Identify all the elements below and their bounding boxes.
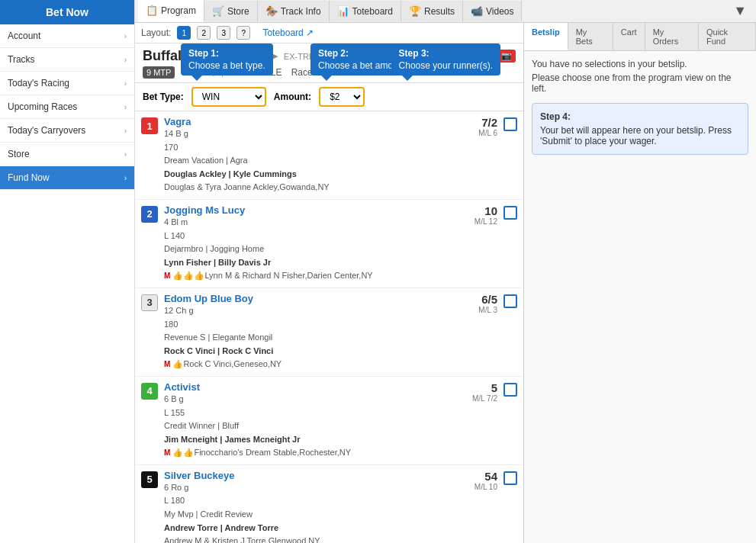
betslip-tab-cart[interactable]: Cart [613, 23, 645, 50]
layout-btn-2[interactable]: 2 [197, 26, 211, 40]
chevron-right-icon: › [124, 174, 127, 182]
runner-checkbox-4[interactable] [503, 383, 517, 397]
runner-number-5: 5 [141, 471, 158, 488]
top-navigation: 📋 Program 🛒 Store 🏇 Track Info 📊 Toteboa… [135, 0, 756, 23]
sidebar-item-tracks-label: Tracks [8, 54, 35, 65]
chevron-right-icon: › [124, 32, 127, 40]
chevron-right-icon: › [124, 103, 127, 111]
runner-checkbox-1[interactable] [503, 117, 517, 131]
tab-videos-label: Videos [486, 6, 513, 17]
sidebar-item-upcoming-races-label: Upcoming Races [8, 101, 77, 112]
runner-odds-1: 7/2 M/L 6 [452, 116, 497, 137]
videos-icon: 📹 [471, 5, 483, 17]
runner-row: 2 Jogging Ms Lucy 4 Bl m L 140 Dejarmbro… [135, 200, 523, 288]
tab-toteboard-label: Toteboard [352, 6, 393, 17]
tab-videos[interactable]: 📹 Videos [463, 1, 522, 21]
tab-store-label: Store [227, 6, 249, 17]
betslip-tab-quick-fund[interactable]: Quick Fund [699, 23, 756, 50]
layout-btn-1[interactable]: 1 [177, 26, 191, 40]
sidebar-item-todays-racing[interactable]: Today's Racing › [0, 72, 134, 95]
runners-list: 1 Vagra 14 B g 170 Dream Vacation | Agra… [135, 111, 523, 543]
runner-name-5[interactable]: Silver Buckeye [164, 470, 446, 481]
amount-label: Amount: [274, 92, 311, 102]
chevron-right-icon: › [124, 127, 127, 135]
runner-checkbox-5[interactable] [503, 471, 517, 485]
results-icon: 🏆 [409, 5, 421, 17]
runner-row: 4 Activist 6 B g L 155 Credit Winner | B… [135, 377, 523, 465]
runner-row: 3 Edom Up Blue Boy 12 Ch g 180 Revenue S… [135, 288, 523, 377]
tab-program[interactable]: 📋 Program [138, 0, 204, 22]
chevron-right-icon: › [124, 56, 127, 64]
runner-info-4: Activist 6 B g L 155 Credit Winner | Blu… [164, 381, 446, 460]
runner-name-2[interactable]: Jogging Ms Lucy [164, 204, 446, 216]
toteboard-icon: 📊 [337, 5, 349, 17]
layout-btn-3[interactable]: 3 [217, 26, 230, 40]
chevron-right-icon: › [124, 150, 127, 159]
runner-odds-5: 54 M/L 10 [452, 470, 497, 491]
runner-info-5: Silver Buckeye 6 Ro g L 180 My Mvp | Cre… [164, 470, 446, 543]
step1-title: Step 1: [188, 48, 265, 59]
tab-results-label: Results [424, 6, 455, 17]
sidebar-item-upcoming-races[interactable]: Upcoming Races › [0, 95, 134, 119]
tab-toteboard[interactable]: 📊 Toteboard [330, 1, 401, 21]
layout-btn-help[interactable]: ? [236, 26, 250, 40]
step1-body: Choose a bet type. [188, 60, 265, 71]
tab-store[interactable]: 🛒 Store [204, 1, 258, 21]
amount-select[interactable]: $2 $5 $10 [319, 87, 365, 107]
runner-odds-2: 10 M/L 12 [452, 204, 497, 226]
betslip-tab-my-orders[interactable]: My Orders [645, 23, 699, 50]
step4-body: Your bet will appear here on your betsli… [540, 125, 740, 146]
tab-results[interactable]: 🏆 Results [401, 1, 463, 21]
runner-checkbox-2[interactable] [503, 206, 517, 220]
runner-details-3: 12 Ch g 180 Revenue S | Elegante Mongil … [164, 304, 446, 371]
sidebar-item-fund-now-label: Fund Now [8, 172, 50, 183]
toteboard-link[interactable]: Toteboard ↗ [262, 27, 314, 38]
betslip-content: You have no selections in your betslip. … [524, 51, 756, 543]
runner-odds-4: 5 M/L 7/2 [452, 381, 497, 403]
runner-checkbox-3[interactable] [503, 294, 517, 308]
tab-track-info[interactable]: 🏇 Track Info [258, 1, 330, 21]
runner-name-1[interactable]: Vagra [164, 116, 446, 127]
tab-program-label: Program [161, 5, 196, 16]
runner-row: 1 Vagra 14 B g 170 Dream Vacation | Agra… [135, 111, 523, 200]
track-icon: 🏇 [265, 5, 278, 17]
betslip-tabs: Betslip My Bets Cart My Orders Quick Fun… [524, 23, 756, 51]
runner-row: 5 Silver Buckeye 6 Ro g L 180 My Mvp | C… [135, 465, 523, 543]
sidebar-header: Bet Now [0, 0, 134, 24]
right-panel: Betslip My Bets Cart My Orders Quick Fun… [523, 23, 756, 543]
bet-type-select[interactable]: WIN PLACE SHOW EXACTA TRIFECTA [191, 87, 266, 107]
betslip-empty-sub: Please choose one from the program view … [532, 72, 748, 94]
sidebar-item-account-label: Account [8, 31, 40, 41]
sidebar-item-account[interactable]: Account › [0, 24, 134, 48]
runner-info-3: Edom Up Blue Boy 12 Ch g 180 Revenue S |… [164, 293, 446, 371]
runner-info-1: Vagra 14 B g 170 Dream Vacation | Agra D… [164, 116, 446, 194]
sidebar-item-store-label: Store [8, 149, 30, 159]
step4-title: Step 4: [540, 111, 740, 122]
runner-name-4[interactable]: Activist [164, 381, 446, 393]
runner-number-3: 3 [141, 294, 158, 311]
sidebar-item-fund-now[interactable]: Fund Now › [0, 166, 134, 190]
runner-details-2: 4 Bl m L 140 Dejarmbro | Jogging Home Ly… [164, 216, 446, 283]
runner-details-4: 6 B g L 155 Credit Winner | Bluff Jim Mc… [164, 393, 446, 460]
runner-details-5: 6 Ro g L 180 My Mvp | Credit Review Andr… [164, 481, 446, 543]
program-icon: 📋 [146, 5, 158, 16]
layout-bar: Layout: 1 2 3 ? Toteboard ↗ [135, 23, 523, 43]
store-icon: 🛒 [212, 5, 224, 17]
bet-type-label: Bet Type: [143, 92, 184, 102]
mtp-badge: 9 MTP [143, 66, 175, 79]
sidebar-item-tracks[interactable]: Tracks › [0, 48, 134, 72]
race-label: Race [291, 67, 313, 78]
nav-dropdown-button[interactable]: ▼ [727, 0, 753, 22]
tab-track-info-label: Track Info [281, 6, 321, 17]
sidebar-item-todays-carryovers[interactable]: Today's Carryovers › [0, 119, 134, 143]
step3-tooltip: Step 3: Choose your runner(s). [391, 43, 500, 76]
sidebar-item-store[interactable]: Store › [0, 143, 134, 166]
chevron-right-icon: › [124, 79, 127, 88]
betslip-tab-betslip[interactable]: Betslip [524, 23, 568, 50]
runner-number-4: 4 [141, 383, 158, 400]
betslip-empty-msg: You have no selections in your betslip. [532, 59, 748, 69]
runner-info-2: Jogging Ms Lucy 4 Bl m L 140 Dejarmbro |… [164, 204, 446, 283]
runner-name-3[interactable]: Edom Up Blue Boy [164, 293, 446, 304]
betslip-tab-my-bets[interactable]: My Bets [568, 23, 613, 50]
step4-box: Step 4: Your bet will appear here on you… [532, 103, 748, 155]
